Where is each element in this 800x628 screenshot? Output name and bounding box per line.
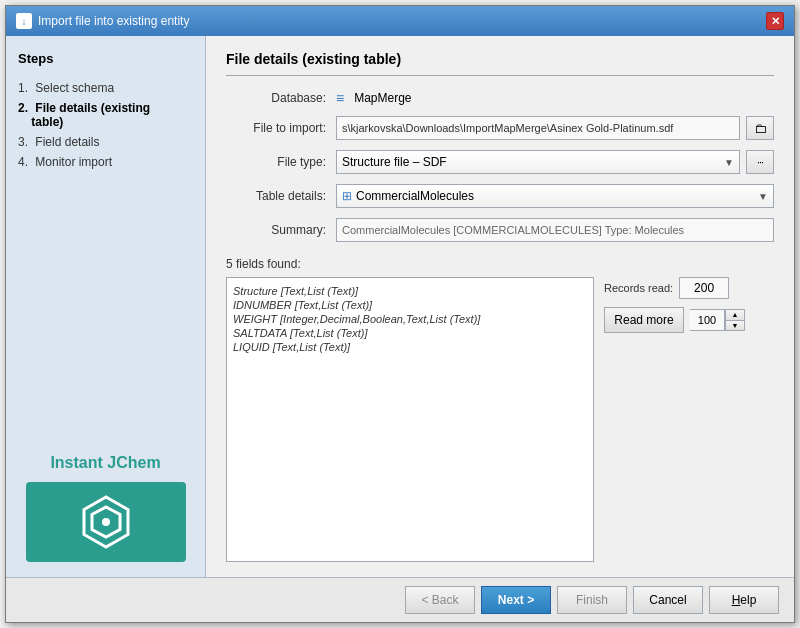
back-button[interactable]: < Back [405,586,475,614]
table-select[interactable]: ⊞ CommercialMolecules ▼ [336,184,774,208]
right-panel: File details (existing table) Database: … [206,36,794,577]
field-item: LIQUID [Text,List (Text)] [233,340,587,354]
fields-content: Structure [Text,List (Text)] IDNUMBER [T… [226,277,774,562]
sidebar: Steps 1. Select schema 2. File details (… [6,36,206,577]
step-3: 3. Field details [18,132,193,152]
table-dropdown-arrow: ▼ [758,191,768,202]
table-label: Table details: [226,189,336,203]
summary-box: CommercialMolecules [COMMERCIALMOLECULES… [336,218,774,242]
file-label: File to import: [226,121,336,135]
database-value: ≡ MapMerge [336,90,774,106]
field-item: Structure [Text,List (Text)] [233,284,587,298]
spinner-box[interactable]: ▲ ▼ [725,309,745,331]
help-button[interactable]: Help [709,586,779,614]
database-name: MapMerge [354,91,411,105]
brand-title: Instant JChem [18,454,193,472]
table-row: Table details: ⊞ CommercialMolecules ▼ [226,184,774,208]
field-item: IDNUMBER [Text,List (Text)] [233,298,587,312]
title-bar: ↓ Import file into existing entity ✕ [6,6,794,36]
summary-value: CommercialMolecules [COMMERCIALMOLECULES… [336,218,774,242]
summary-label: Summary: [226,223,336,237]
step-2: 2. File details (existing table) [18,98,193,132]
table-icon: ⊞ [342,189,352,203]
help-label: H [732,593,741,607]
browse-icon: 🗀 [754,121,767,136]
svg-point-2 [102,518,110,526]
brand-section: Instant JChem [18,454,193,562]
app-icon: ↓ [16,13,32,29]
main-content: Steps 1. Select schema 2. File details (… [6,36,794,577]
records-label: Records read: [604,282,673,294]
cancel-button[interactable]: Cancel [633,586,703,614]
dropdown-arrow: ▼ [724,157,734,168]
spinner-down[interactable]: ▼ [726,321,744,331]
bottom-bar: < Back Next > Finish Cancel Help [6,577,794,622]
file-type-value: Structure file – SDF ▼ ··· [336,150,774,174]
steps-title: Steps [18,51,193,66]
records-row: Records read: [604,277,774,299]
records-input[interactable] [679,277,729,299]
browse-button[interactable]: 🗀 [746,116,774,140]
file-value: s\kjarkovska\Downloads\ImportMapMerge\As… [336,116,774,140]
file-type-select[interactable]: Structure file – SDF ▼ [336,150,740,174]
step-4: 4. Monitor import [18,152,193,172]
dialog: ↓ Import file into existing entity ✕ Ste… [5,5,795,623]
fields-list: Structure [Text,List (Text)] IDNUMBER [T… [226,277,594,562]
fields-right: Records read: Read more 100 ▲ ▼ [604,277,774,562]
finish-button[interactable]: Finish [557,586,627,614]
fields-section: 5 fields found: Structure [Text,List (Te… [226,257,774,562]
summary-row: Summary: CommercialMolecules [COMMERCIAL… [226,218,774,242]
step-1: 1. Select schema [18,78,193,98]
database-row: Database: ≡ MapMerge [226,90,774,106]
panel-title: File details (existing table) [226,51,774,76]
title-bar-left: ↓ Import file into existing entity [16,13,189,29]
table-value: ⊞ CommercialMolecules ▼ [336,184,774,208]
file-path-display: s\kjarkovska\Downloads\ImportMapMerge\As… [336,116,740,140]
file-type-row: File type: Structure file – SDF ▼ ··· [226,150,774,174]
dialog-title: Import file into existing entity [38,14,189,28]
fields-found-label: 5 fields found: [226,257,774,271]
read-more-row: Read more 100 ▲ ▼ [604,307,774,333]
next-button[interactable]: Next > [481,586,551,614]
field-item: SALTDATA [Text,List (Text)] [233,326,587,340]
database-icon: ≡ [336,90,344,106]
database-label: Database: [226,91,336,105]
close-button[interactable]: ✕ [766,12,784,30]
more-options-button[interactable]: ··· [746,150,774,174]
file-type-label: File type: [226,155,336,169]
file-row: File to import: s\kjarkovska\Downloads\I… [226,116,774,140]
brand-logo [26,482,186,562]
spinner-up[interactable]: ▲ [726,310,744,321]
hexagon-icon [76,492,136,552]
spinner-value: 100 [690,309,725,331]
steps-list: 1. Select schema 2. File details (existi… [18,78,193,172]
field-item: WEIGHT [Integer,Decimal,Boolean,Text,Lis… [233,312,587,326]
steps-section: Steps 1. Select schema 2. File details (… [18,51,193,172]
read-more-button[interactable]: Read more [604,307,684,333]
